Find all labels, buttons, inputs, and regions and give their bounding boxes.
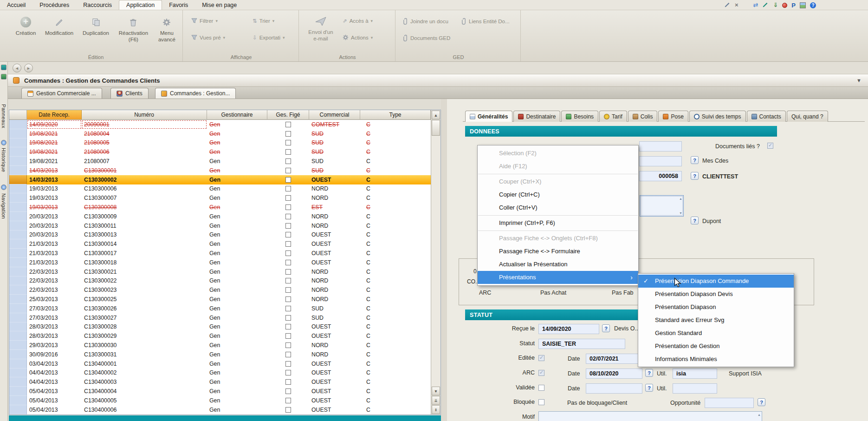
arc-util-help-button[interactable]: ? <box>645 369 653 377</box>
vertical-scrollbar[interactable]: ▲ ▼ ⇊ ⇟ <box>431 110 440 414</box>
context-menu-item-passage-fiche-onglets-ctrl-f8[interactable]: Passage Fiche <-> Onglets (Ctrl+F8) <box>478 232 638 245</box>
row-selector[interactable] <box>9 258 27 267</box>
table-row[interactable]: 14/09/202020090001GenCOMTESTC <box>9 120 431 129</box>
opportunite-help-button[interactable]: ? <box>758 398 765 406</box>
row-selector[interactable] <box>9 387 27 396</box>
validee-util-help-button[interactable]: ? <box>645 384 653 392</box>
table-row[interactable]: 19/08/202121080005GenSUDC <box>9 138 431 148</box>
scroll-end-icon[interactable]: ⇟ <box>432 405 440 414</box>
help-icon[interactable]: ? <box>810 2 816 8</box>
table-row[interactable]: 19/08/202121080004GenSUDC <box>9 129 431 138</box>
trier-button[interactable]: ⇅ Trier▾ <box>253 18 274 24</box>
menubar-item-raccourcis[interactable]: Raccourcis <box>76 0 119 10</box>
table-row[interactable]: 05/04/2013C130400006GenOUESTC <box>9 405 431 414</box>
panel-tab-suivi-des-temps[interactable]: Suivi des temps <box>689 111 746 122</box>
row-selector[interactable] <box>9 175 27 184</box>
row-selector[interactable] <box>9 230 27 240</box>
header-gutter[interactable] <box>9 110 27 120</box>
submenu-item-standard-avec-erreur-svg[interactable]: Standard avec Erreur Svg <box>638 314 794 327</box>
fige-checkbox[interactable] <box>285 149 291 155</box>
documents-lies-checkbox[interactable] <box>767 143 773 149</box>
fige-checkbox[interactable] <box>285 370 291 375</box>
editee-checkbox[interactable] <box>538 355 544 361</box>
sidebar-item-panneaux[interactable]: Panneaux <box>1 104 6 128</box>
table-row[interactable]: 19/03/2013C130300006GenNORDC <box>9 184 431 194</box>
menubar-item-favoris[interactable]: Favoris <box>162 0 195 10</box>
context-menu-item-imprimer-ctrl-p-f6[interactable]: Imprimer (Ctrl+P, F6) <box>478 217 638 230</box>
menubar-item-mise-en-page[interactable]: Mise en page <box>195 0 244 10</box>
table-row[interactable]: 04/04/2013C130400003GenOUESTC <box>9 377 431 387</box>
column-header-type[interactable]: Type <box>360 110 431 120</box>
table-row[interactable]: 04/04/2013C130400002GenOUESTC <box>9 368 431 378</box>
submenu-item-informations-minimales[interactable]: Informations Minimales <box>638 353 794 366</box>
table-row[interactable]: 05/04/2013C130400005GenOUESTC <box>9 396 431 405</box>
panel-tab-contacts[interactable]: Contacts <box>747 111 786 122</box>
donnees-field-1[interactable] <box>639 141 682 151</box>
row-selector[interactable] <box>9 285 27 295</box>
fige-checkbox[interactable] <box>285 269 291 275</box>
submenu-item-presentation-diapason-devis[interactable]: Présentation Diapason Devis <box>638 288 794 301</box>
table-row[interactable]: 14/03/2013C130300001GenSUDC <box>9 166 431 175</box>
table-row[interactable]: 27/03/2013C130300026GenSUDC <box>9 304 431 313</box>
row-selector[interactable] <box>9 368 27 378</box>
motif-field[interactable]: ▲ <box>538 411 762 421</box>
submenu-item-presentation-diapason-commande[interactable]: ✓Présentation Diapason Commande <box>638 275 794 288</box>
table-row[interactable]: 25/03/2013C130300025GenNORDC <box>9 295 431 304</box>
validee-checkbox[interactable] <box>538 385 544 391</box>
fige-checkbox[interactable] <box>285 168 291 173</box>
row-selector[interactable] <box>9 120 27 129</box>
table-row[interactable]: 22/03/2013C130300023GenNORDC <box>9 285 431 295</box>
back-button[interactable]: ◄ <box>13 64 21 72</box>
pen-icon[interactable] <box>762 1 769 9</box>
row-selector[interactable] <box>9 396 27 405</box>
client-help-button[interactable]: ? <box>691 172 699 180</box>
table-row[interactable]: 22/03/2013C130300022GenNORDC <box>9 276 431 286</box>
fige-checkbox[interactable] <box>285 241 291 247</box>
validee-date-field[interactable] <box>586 383 642 394</box>
fige-checkbox[interactable] <box>285 342 291 348</box>
scroll-up-icon[interactable]: ▲ <box>432 111 440 119</box>
context-menu-item-passage-fiche-formulaire[interactable]: Passage Fiche <-> Formulaire <box>478 245 638 258</box>
modification-button[interactable]: Modification <box>40 15 78 43</box>
doc-tab-clients[interactable]: Clients <box>110 88 149 99</box>
arc-checkbox[interactable] <box>538 370 544 376</box>
panel-tab-generalites[interactable]: Généralités <box>465 111 512 122</box>
row-selector[interactable] <box>9 138 27 148</box>
spin-up-icon[interactable]: ▲ <box>758 413 761 416</box>
fige-checkbox[interactable] <box>285 333 291 339</box>
context-menu-item-aide-f12[interactable]: Aide (F12) <box>478 160 638 173</box>
fige-checkbox[interactable] <box>285 195 291 201</box>
submenu-item-presentation-de-gestion[interactable]: Présentation de Gestion <box>638 340 794 353</box>
contact-help-button[interactable]: ? <box>691 217 699 224</box>
table-row[interactable]: 20/03/2013C130300011GenNORDC <box>9 221 431 230</box>
table-row[interactable]: 19/08/202121080006GenSUDC <box>9 147 431 157</box>
dropdown-caret-icon[interactable]: ▼ <box>856 78 862 83</box>
table-row[interactable]: 03/04/2013C130400001GenOUESTC <box>9 359 431 368</box>
row-selector[interactable] <box>9 166 27 175</box>
fige-checkbox[interactable] <box>285 204 291 210</box>
column-header-gestionnaire[interactable]: Gestionnaire <box>207 110 267 120</box>
row-selector[interactable] <box>9 341 27 350</box>
envoi-email-button[interactable]: Envoi d'un e-mail <box>304 14 337 42</box>
fige-checkbox[interactable] <box>285 361 291 367</box>
row-selector[interactable] <box>9 157 27 166</box>
edit-pencil-icon[interactable] <box>724 1 731 9</box>
doc-tab-gestion-commerciale[interactable]: Gestion Commerciale ... <box>21 88 102 99</box>
mes-cdes-help-button[interactable]: ? <box>691 156 699 164</box>
panel-dock-icon[interactable] <box>1 74 6 79</box>
panel-tab-pose[interactable]: Pose <box>658 111 688 122</box>
filtrer-button[interactable]: Filtrer▾ <box>191 18 218 24</box>
joindre-document-button[interactable]: Joindre un docu <box>403 18 448 25</box>
menu-avance-button[interactable]: Menu avancé <box>153 15 181 43</box>
row-selector[interactable] <box>9 331 27 341</box>
numero-field[interactable]: 000058 <box>639 171 682 181</box>
fige-checkbox[interactable] <box>285 158 291 164</box>
forward-button[interactable]: ► <box>24 64 33 72</box>
fige-checkbox[interactable] <box>285 214 291 219</box>
row-selector[interactable] <box>9 147 27 157</box>
menubar-item-application[interactable]: Application <box>119 0 162 10</box>
table-row[interactable]: 20/03/2013C130300013GenOUESTC <box>9 230 431 240</box>
submenu-item-presentation-diapason[interactable]: Présentation Diapason <box>638 301 794 314</box>
panel-dock-icon[interactable] <box>1 65 6 70</box>
table-row[interactable]: 22/03/2013C130300021GenNORDC <box>9 267 431 276</box>
